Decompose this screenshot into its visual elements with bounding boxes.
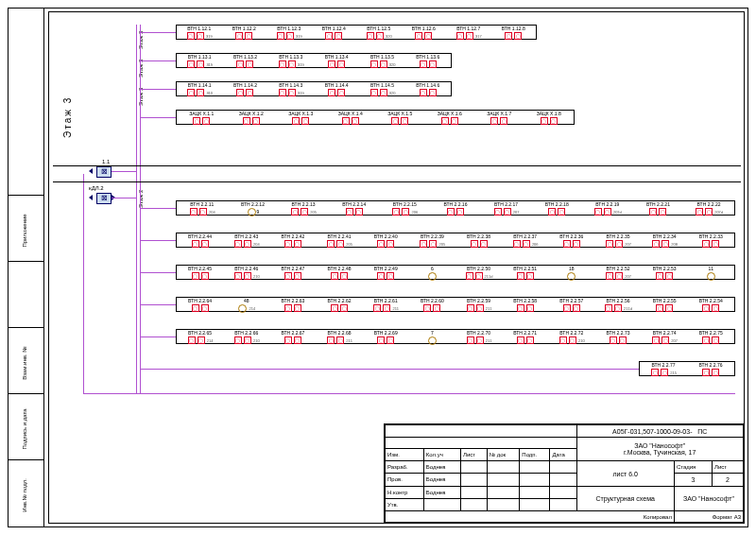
device-block: ВТН 2.2.16▢▢ (430, 201, 481, 215)
detector-icon: ▢ (336, 240, 344, 248)
device-symbols: ▢▢ (409, 304, 455, 312)
device-symbols: ▢▢ (363, 272, 409, 280)
device-symbols: ▢▢ (314, 89, 359, 96)
tb-stage-h: Стадия (674, 460, 712, 473)
device-label: ВТН 2.2.60 (409, 298, 455, 303)
detector-icon: ▢ (656, 272, 663, 280)
wire (112, 198, 136, 198)
detector-icon: ▢ (429, 60, 437, 68)
detector-icon: ▢ (252, 117, 260, 125)
detector-icon: ▢ (548, 208, 556, 216)
device-label: ВТН 2.2.40 (363, 233, 409, 239)
device-symbols: ▢▢ (177, 272, 223, 280)
detector-icon: ▢ (662, 337, 669, 344)
detector-icon: ▢ (201, 240, 209, 248)
detector-icon: ▢ (234, 240, 242, 248)
detector-icon: ▢ (550, 117, 558, 125)
device-block: ВТН 1.14.3▢▢ 319 (268, 82, 314, 95)
device-label: ЗАЦК Х.1.2 (227, 111, 277, 116)
detector-icon: ▢ (659, 208, 666, 216)
device-label: ВТН 2.2.16 (430, 201, 481, 207)
bus-vert (136, 25, 137, 393)
device-label: ЗАЦК Х.1.5 (375, 111, 425, 116)
detector-icon: ▢ (423, 304, 431, 312)
device-block: ВТН 2.2.67▢▢ (269, 330, 316, 343)
device-block: ВТН 2.2.53▢▢ (642, 266, 688, 279)
detector-icon: ▢ (337, 60, 345, 68)
detector-icon: ▢ (712, 304, 719, 312)
detector-icon: ▢ (279, 89, 286, 96)
device-block: ВТН 1.12.8▢▢ (491, 26, 537, 39)
detector-icon: ▢ (340, 272, 348, 280)
device-block: ВТН 1.14.1▢▢ 310 (177, 82, 222, 95)
detector-icon: ▢ (291, 208, 299, 216)
tb-firm: ЗАО "Нанософт" (674, 487, 743, 511)
tb-prov-n: Боднев (423, 473, 460, 486)
tb-h-podp: Подп. (520, 449, 550, 461)
device-block: ВТН 1.14.5▢▢ 320 (359, 82, 404, 95)
detector-icon: ▢ (466, 32, 473, 40)
device-symbols: ▢▢ 210 (223, 272, 269, 280)
tb-h-kol: Кол.уч (423, 449, 460, 461)
device-block: ВТН 2.2.46▢▢ 210 (223, 266, 269, 279)
detector-icon: ▢ (327, 240, 335, 248)
device-block: 7 (409, 330, 455, 343)
detector-icon: ▢ (649, 208, 657, 216)
detector-icon: ▢ (456, 208, 464, 216)
detector-icon: ▢ (377, 240, 385, 248)
device-symbols: ▢▢ 319 (268, 89, 314, 96)
detector-icon: ▢ (370, 60, 378, 68)
detector-icon: ▢ (325, 32, 333, 40)
device-block: ВТН 2.2.18▢▢ (531, 201, 582, 215)
device-symbols: ▢▢ 207 (481, 208, 532, 216)
device-symbols: ▢▢ 210 (548, 337, 594, 344)
device-symbols: ▢▢ (312, 32, 357, 40)
detector-icon: ▢ (517, 304, 524, 312)
detector-icon: ▢ (387, 337, 394, 344)
device-block: 6 (409, 266, 455, 279)
detector-icon: ▢ (456, 32, 464, 40)
device-block: ВТН 1.13.2▢▢ (222, 54, 267, 67)
device-block: ВТН 2.2.36▢▢ (548, 233, 594, 247)
device-block: ВТН 2.2.55▢▢ (642, 298, 688, 311)
detector-icon: ▢ (615, 240, 623, 248)
detector-icon: ▢ (662, 240, 669, 248)
device-label: ВТН 2.2.14 (329, 201, 380, 207)
detector-icon: ▢ (244, 337, 251, 344)
tb-sheet: 2 (713, 473, 744, 486)
detector-icon: ▢ (346, 208, 353, 216)
section-divider (53, 165, 741, 166)
device-symbols: ▢▢ 319 (266, 32, 312, 40)
detector-icon: ▢ (523, 240, 530, 248)
detector-icon: ▢ (441, 117, 449, 125)
detector-icon: ▢ (494, 208, 502, 216)
device-symbols: 9 (228, 208, 279, 216)
detector-icon: ▢ (243, 117, 250, 125)
detector-icon: ▢ (383, 304, 390, 312)
device-label: ВТН 2.2.19 (582, 201, 633, 207)
device-block: ВТН 2.2.70▢▢ 211 (455, 330, 502, 343)
device-label: ВТН 2.2.62 (316, 298, 362, 303)
bus-vert (140, 25, 141, 393)
tb-nkontr-n: Боднев (423, 487, 460, 499)
detector-icon: ▢ (490, 117, 498, 125)
device-block: ВТН 1.12.6▢▢ (402, 26, 447, 39)
tb-code: А05Г-031,507-1000-09-03- (612, 428, 692, 435)
device-label: ВТН 2.2.50 (455, 266, 502, 271)
device-symbols: ▢▢ (177, 117, 227, 125)
wire (140, 89, 176, 90)
detector-icon: ▢ (367, 32, 374, 40)
device-block: 11 (688, 266, 734, 279)
floor-label: Этаж 3 (62, 96, 73, 138)
controller-2: ⊠ (96, 193, 112, 204)
detector-icon: ▢ (284, 240, 292, 248)
tb-doc: Структурная схема (576, 487, 674, 511)
device-block: ВТН 1.14.6▢▢ (405, 82, 451, 95)
device-label: ВТН 1.14.5 (359, 82, 404, 88)
device-label: ВТН 1.14.2 (222, 82, 267, 88)
detector-icon: ▢ (476, 337, 484, 344)
detector-icon: ▢ (526, 272, 534, 280)
detector-icon: ▢ (702, 337, 710, 344)
tb-h-izm: Изм. (386, 449, 424, 461)
device-block: ВТН 2.2.37▢▢ 206 (502, 233, 548, 247)
